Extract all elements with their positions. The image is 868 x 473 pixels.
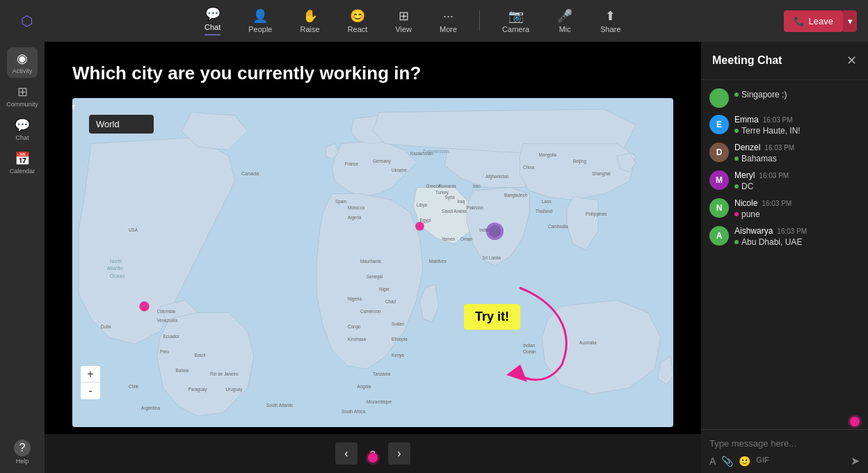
svg-text:Paraguay: Paraguay xyxy=(188,387,208,392)
emoji-icon[interactable]: 🙂 xyxy=(739,456,750,467)
svg-text:Ocean: Ocean xyxy=(110,273,124,279)
content-area: Which city are you currently working in?… xyxy=(45,42,701,473)
presentation-area: Which city are you currently working in?… xyxy=(45,42,701,434)
svg-text:Germany: Germany xyxy=(373,159,392,164)
activity-icon: ◉ xyxy=(17,51,28,66)
svg-text:Rio de Janeiro: Rio de Janeiro xyxy=(210,371,239,376)
svg-text:Spain: Spain xyxy=(335,199,347,205)
chat-icon: 💬 xyxy=(205,6,220,22)
svg-text:Bolivia: Bolivia xyxy=(176,368,189,373)
svg-text:Ocean: Ocean xyxy=(523,349,536,354)
leave-button[interactable]: 📞 Leave xyxy=(784,10,843,32)
toolbar-react[interactable]: 😊 React xyxy=(342,6,373,36)
help-icon: ? xyxy=(14,440,31,456)
avatar: A xyxy=(709,226,729,246)
chat-pink-dot-area xyxy=(701,415,868,429)
list-item: D Denzel 16:03 PM Bahamas xyxy=(709,143,860,163)
world-map: Canada USA Brazil France Germany Ukraine… xyxy=(72,98,673,427)
svg-text:Thailand: Thailand xyxy=(536,209,553,214)
chat-close-button[interactable]: ✕ xyxy=(846,53,857,68)
list-item: N Nicole 16:03 PM pune xyxy=(709,198,860,219)
svg-text:Cuba: Cuba xyxy=(101,324,112,329)
sidebar-item-activity[interactable]: ◉ Activity xyxy=(7,47,38,78)
chat-toolbar: A 📎 🙂 GIF ➤ xyxy=(709,454,860,467)
svg-text:France: France xyxy=(345,161,359,166)
svg-text:Philippines: Philippines xyxy=(586,211,606,217)
leave-dropdown-button[interactable]: ▾ xyxy=(843,10,857,32)
attach-icon[interactable]: 📎 xyxy=(721,456,733,467)
bottom-controls: ‹ 2 › xyxy=(45,434,701,473)
next-page-button[interactable]: › xyxy=(388,442,410,465)
main-area: ◉ Activity ⊞ Community 💬 Chat 📅 Calendar… xyxy=(0,42,868,473)
toolbar-share[interactable]: ⬆ Share xyxy=(595,6,626,36)
avatar: N xyxy=(709,198,729,218)
community-icon: ⊞ xyxy=(17,84,28,99)
chat-header: Meeting Chat ✕ xyxy=(701,42,868,80)
sidebar-item-chat[interactable]: 💬 Chat xyxy=(7,114,38,145)
chat-title: Meeting Chat xyxy=(712,54,782,67)
sidebar-chat-icon: 💬 xyxy=(15,118,30,133)
svg-text:Saudi Arabia: Saudi Arabia xyxy=(442,209,467,214)
svg-text:South Atlantic: South Atlantic xyxy=(266,403,294,408)
top-toolbar: ⬡ 💬 Chat 👤 People ✋ Raise 😊 React ⊞ View… xyxy=(0,0,868,42)
toolbar-center: 💬 Chat 👤 People ✋ Raise 😊 React ⊞ View ·… xyxy=(199,3,627,38)
sidebar-item-calendar[interactable]: 📅 Calendar xyxy=(7,147,38,178)
svg-text:Chile: Chile xyxy=(129,384,139,389)
people-icon: 👤 xyxy=(252,8,268,24)
chat-tool-icons: A 📎 🙂 GIF xyxy=(709,456,769,467)
toolbar-mic[interactable]: 🎤 Mic xyxy=(552,6,578,36)
svg-text:Ecuador: Ecuador xyxy=(163,334,179,339)
list-item: E Emma 16:03 PM Terre Haute, IN! xyxy=(709,115,860,136)
list-item: Singapore :) xyxy=(709,86,860,108)
svg-point-73 xyxy=(489,225,501,238)
avatar: E xyxy=(709,115,729,134)
send-button[interactable]: ➤ xyxy=(851,454,860,467)
leave-group: 📞 Leave ▾ xyxy=(784,10,857,32)
svg-text:Brazil: Brazil xyxy=(195,353,206,358)
toolbar-logo[interactable]: ⬡ xyxy=(11,6,42,36)
toolbar-camera[interactable]: 📷 Camera xyxy=(497,6,535,36)
svg-text:Cambodia: Cambodia xyxy=(548,224,568,229)
svg-text:Syria: Syria xyxy=(445,195,456,200)
sidebar-item-community[interactable]: ⊞ Community xyxy=(7,81,38,111)
prev-page-button[interactable]: ‹ xyxy=(335,442,357,465)
svg-text:Ethiopia: Ethiopia xyxy=(392,337,408,342)
avatar: M xyxy=(709,170,729,190)
svg-text:Cameroon: Cameroon xyxy=(360,309,381,314)
svg-text:Turkey: Turkey xyxy=(435,190,449,195)
svg-text:Ukraine: Ukraine xyxy=(392,168,407,173)
svg-text:Morocco: Morocco xyxy=(348,205,365,210)
zoom-out-button[interactable]: - xyxy=(81,383,100,399)
more-icon: ··· xyxy=(443,9,453,24)
toolbar-people[interactable]: 👤 People xyxy=(243,6,278,36)
svg-text:Uruguay: Uruguay xyxy=(226,387,243,392)
chat-panel: Meeting Chat ✕ Singapore :) E Em xyxy=(701,42,868,473)
toolbar-more[interactable]: ··· More xyxy=(434,6,463,36)
status-dot xyxy=(734,129,739,133)
list-item: A Aishwarya 16:03 PM Abu Dhabi, UAE xyxy=(709,226,860,247)
map-container[interactable]: World Europe Asia Americas Africa xyxy=(72,98,673,427)
svg-text:North: North xyxy=(110,258,122,264)
toolbar-left: ⬡ xyxy=(11,6,42,36)
svg-text:Peru: Peru xyxy=(160,349,170,354)
toolbar-raise[interactable]: ✋ Raise xyxy=(295,6,326,36)
raise-icon: ✋ xyxy=(303,8,318,24)
chat-input[interactable] xyxy=(709,435,860,451)
svg-text:Beijing: Beijing xyxy=(573,159,586,164)
map-region-select[interactable]: World Europe Asia Americas Africa xyxy=(89,115,154,134)
gif-icon[interactable]: GIF xyxy=(756,456,769,467)
toolbar-chat[interactable]: 💬 Chat xyxy=(199,3,226,38)
try-it-label: Try it! xyxy=(464,304,520,330)
status-dot xyxy=(734,157,739,161)
left-sidebar: ◉ Activity ⊞ Community 💬 Chat 📅 Calendar… xyxy=(0,42,45,473)
toolbar-view[interactable]: ⊞ View xyxy=(389,6,417,36)
zoom-in-button[interactable]: + xyxy=(81,366,100,383)
leave-phone-icon: 📞 xyxy=(794,16,805,26)
svg-text:Australia: Australia xyxy=(579,340,597,345)
svg-text:Niger: Niger xyxy=(379,287,389,292)
format-icon[interactable]: A xyxy=(709,456,716,467)
sidebar-item-help[interactable]: ? Help xyxy=(7,437,38,467)
react-icon: 😊 xyxy=(350,8,365,24)
svg-text:Nigeria: Nigeria xyxy=(348,296,362,302)
svg-text:Pakistan: Pakistan xyxy=(467,205,484,210)
